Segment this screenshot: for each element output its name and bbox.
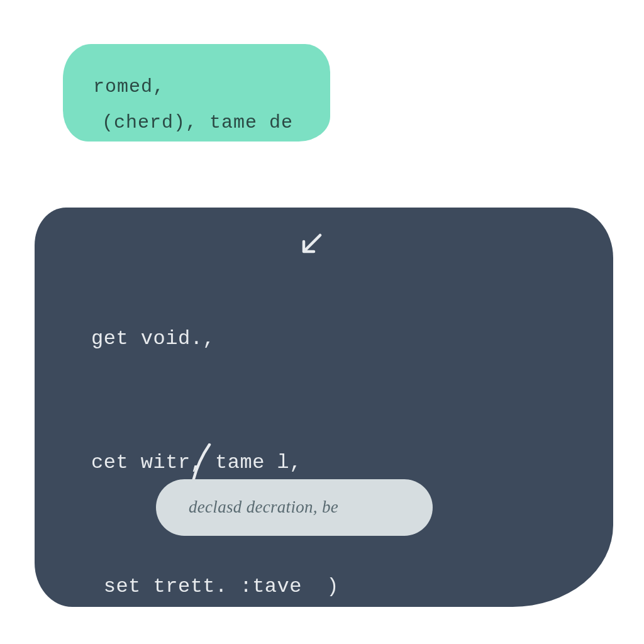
tooltip-text: declasd decration, be bbox=[189, 490, 338, 525]
mint-line-1: romed, bbox=[93, 69, 300, 105]
mint-line-2: (cherd), tame de bbox=[93, 105, 300, 141]
mint-code-block: romed, (cherd), tame de bbox=[63, 44, 330, 142]
dark-code-block: get void., cet witr, tame l, set trett. … bbox=[35, 208, 613, 607]
tooltip-bubble: declasd decration, be bbox=[156, 479, 433, 536]
code-content: get void., cet witr, tame l, set trett. … bbox=[91, 236, 450, 644]
code-line-1: get void., bbox=[91, 318, 450, 360]
code-line-3: set trett. :tave ) bbox=[91, 566, 450, 608]
code-line-2: cet witr, tame l, bbox=[91, 442, 450, 484]
